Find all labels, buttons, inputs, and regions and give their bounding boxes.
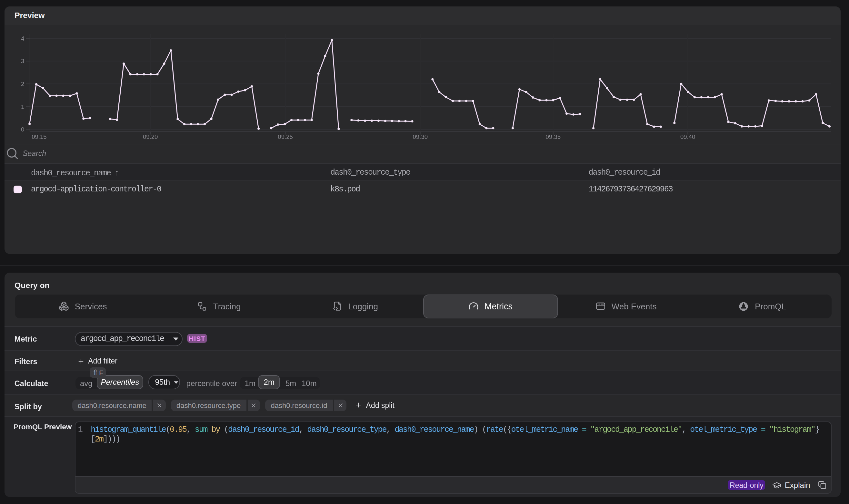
svg-text:09:15: 09:15 bbox=[32, 134, 47, 141]
svg-text:0: 0 bbox=[21, 126, 24, 133]
svg-text:09:35: 09:35 bbox=[546, 134, 561, 141]
svg-text:09:30: 09:30 bbox=[413, 134, 428, 141]
svg-text:1: 1 bbox=[21, 104, 24, 110]
svg-text:2: 2 bbox=[21, 81, 24, 88]
svg-text:3: 3 bbox=[21, 58, 24, 65]
svg-text:09:25: 09:25 bbox=[278, 134, 293, 141]
svg-text:09:40: 09:40 bbox=[681, 134, 696, 141]
svg-text:4: 4 bbox=[21, 35, 24, 42]
svg-text:09:20: 09:20 bbox=[143, 134, 158, 141]
